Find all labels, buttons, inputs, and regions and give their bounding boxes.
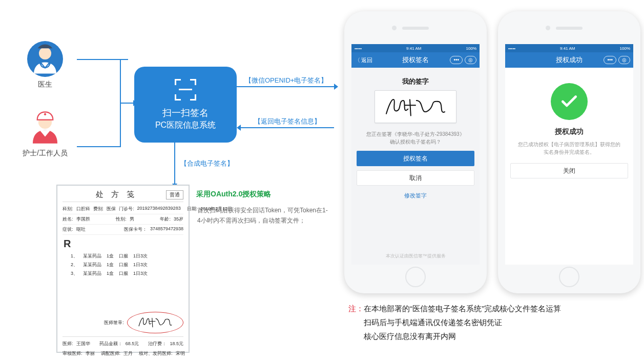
success-title: 授权成功 [555, 127, 584, 136]
home-button-icon [559, 267, 579, 287]
service-footer: 本次认证由医信签™提供服务 [386, 251, 446, 262]
nurse-actor: 护士/工作人员 [23, 110, 68, 158]
arrow-right-icon [120, 103, 133, 104]
rx-symbol: R [64, 238, 183, 250]
miniprogram-menu[interactable]: •••◎ [450, 56, 476, 64]
drug-row: 2、某某药品1盒口服1日3次 [63, 261, 183, 269]
note-prefix: 注： [348, 304, 364, 313]
doctor-actor: 医生 [27, 41, 63, 89]
signature-icon [137, 315, 174, 329]
phone-authorize: ••••• 9:41 AM 100% 〈返回 授权签名 •••◎ 我的签字 您正… [344, 11, 487, 293]
target-icon: ◎ [465, 56, 476, 64]
label-oauth: 采用OAuth2.0授权策略 [196, 190, 271, 199]
drug-list: 1、某某药品1盒口服1日3次2、某某药品1盒口服1日3次3、某某药品1盒口服1日… [63, 252, 183, 278]
modify-signature-link[interactable]: 修改签字 [404, 192, 427, 199]
authorize-button[interactable]: 授权签名 [357, 151, 474, 166]
nav-title: 授权签名 [402, 55, 429, 65]
success-icon [551, 83, 588, 120]
more-icon: ••• [604, 56, 616, 64]
chevron-left-icon: 〈 [355, 56, 360, 64]
system-box: 扫一扫签名 PC医院信息系统 [134, 67, 237, 143]
arrow-send [237, 86, 334, 87]
signature-circle [127, 312, 183, 333]
drug-row: 1、某某药品1盒口服1日3次 [63, 252, 183, 261]
nurse-icon [27, 110, 63, 146]
arrow-receive [241, 127, 334, 128]
rx-title: 处方笺 [63, 190, 166, 199]
rx-badge: 普通 [166, 190, 183, 199]
phone-success: ••••• 9:41 AM 100% 授权成功 •••◎ 授权成功 您已成功授权… [498, 11, 640, 293]
prescription-doc: 处方笺 普通 科别:口腔科 费别:医保 门诊号:2019273849283928… [56, 185, 190, 353]
miniprogram-menu[interactable]: •••◎ [604, 56, 630, 64]
cancel-button[interactable]: 取消 [357, 170, 474, 186]
nav-bar: 〈返回 授权签名 •••◎ [351, 52, 480, 68]
nav-title: 授权成功 [556, 55, 583, 65]
signature-icon [382, 95, 449, 118]
confirm-text: 您正在签署《李晓华-电子处方-29384393》 确认授权电子签名吗？ [366, 130, 464, 146]
home-button-icon [405, 267, 426, 287]
footnotes: 注：在本地部署的“医信签电子签名系统”完成核心文件签名运算 注：扫码后与手机端通… [348, 302, 639, 343]
success-message: 您已成功授权【电子病历管理系统】获得您的实名身份并完成签名。 [510, 141, 628, 156]
more-icon: ••• [450, 56, 463, 64]
connector [77, 146, 120, 147]
doctor-label: 医生 [38, 80, 52, 89]
doctor-icon [27, 41, 63, 77]
nurse-label: 护士/工作人员 [23, 149, 68, 158]
system-line2: PC医院信息系统 [155, 120, 216, 131]
system-line1: 扫一扫签名 [162, 107, 209, 119]
back-button[interactable]: 〈返回 [355, 56, 372, 64]
status-bar: ••••• 9:41 AM 100% [505, 44, 633, 52]
scan-icon [175, 79, 196, 101]
status-bar: ••••• 9:41 AM 100% [351, 44, 480, 52]
label-receive: 【返回电子签名信息】 [254, 117, 321, 126]
close-button[interactable]: 关闭 [510, 163, 628, 178]
signature-heading: 我的签字 [402, 77, 429, 86]
target-icon: ◎ [618, 56, 630, 64]
arrow-down-icon [174, 143, 175, 184]
label-compose: 【合成电子签名】 [180, 159, 234, 168]
drug-row: 3、某某药品1盒口服1日3次 [63, 269, 183, 278]
nav-bar: 授权成功 •••◎ [505, 52, 633, 68]
label-send: 【微信OPENID+电子签名】 [245, 76, 327, 85]
signature-preview [375, 90, 456, 123]
actors-column: 医生 护士/工作人员 [14, 41, 76, 178]
svg-point-1 [39, 47, 51, 59]
